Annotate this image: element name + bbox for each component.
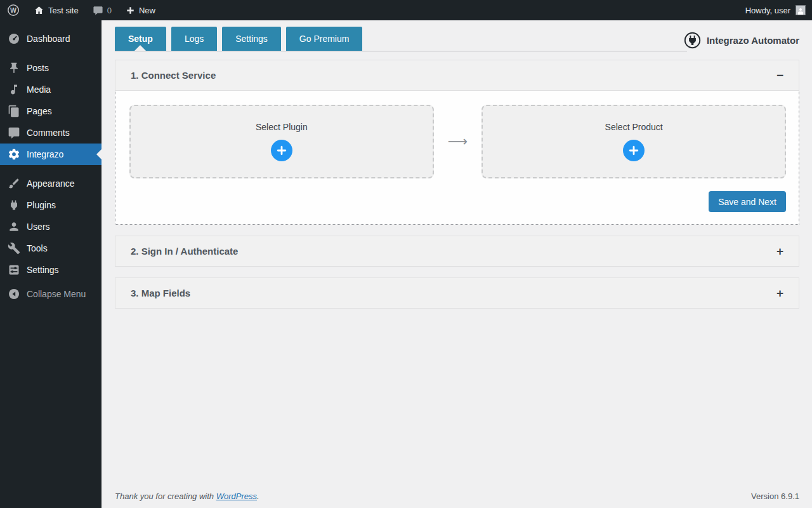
account-menu[interactable]: Howdy, user [745, 5, 812, 15]
tab-logs[interactable]: Logs [171, 27, 217, 51]
collapse-menu-label: Collapse Menu [27, 289, 86, 299]
appearance-icon [8, 177, 20, 190]
tab-go-premium[interactable]: Go Premium [286, 27, 363, 51]
sidebar-item-users[interactable]: Users [0, 216, 102, 237]
svg-text:W: W [10, 6, 16, 14]
plugin-title: Integrazo Automator [684, 32, 799, 49]
collapse-menu-button[interactable]: Collapse Menu [0, 283, 102, 305]
comments-icon [8, 126, 20, 139]
plugin-icon [8, 199, 20, 211]
section-title: 2. Sign In / Authenticate [131, 246, 238, 257]
plug-circle-icon [684, 32, 701, 49]
site-name-menu[interactable]: Test site [27, 0, 86, 20]
users-icon [8, 220, 20, 233]
wordpress-logo-icon: W [7, 4, 20, 17]
collapse-arrow-icon [8, 288, 20, 300]
section-connect-service: 1. Connect Service − Select Plugin ⟶ Sel… [115, 60, 799, 225]
tools-icon [8, 242, 20, 255]
sidebar-item-label: Appearance [27, 178, 75, 189]
sidebar-item-pages[interactable]: Pages [0, 100, 102, 122]
collapse-minus-icon[interactable]: − [776, 69, 783, 81]
add-product-button[interactable] [623, 140, 645, 161]
sidebar-item-label: Plugins [27, 200, 56, 210]
howdy-text: Howdy, user [745, 6, 790, 15]
gear-icon [8, 148, 20, 161]
section-header-connect-service[interactable]: 1. Connect Service − [115, 60, 799, 91]
comment-count: 0 [107, 6, 112, 15]
dashboard-icon [8, 32, 20, 45]
footer-thanks-suffix: . [257, 491, 259, 501]
expand-plus-icon[interactable]: + [776, 245, 783, 257]
plus-icon [275, 144, 288, 157]
tab-label: Setup [128, 34, 153, 44]
sidebar-item-comments[interactable]: Comments [0, 122, 102, 144]
plugin-title-text: Integrazo Automator [707, 35, 799, 46]
comment-bubble-icon [93, 5, 103, 16]
connect-service-panel: Select Plugin ⟶ Select Product [115, 91, 799, 225]
sidebar-item-label: Posts [27, 63, 49, 73]
select-product-label: Select Product [605, 122, 663, 132]
connect-cards-row: Select Plugin ⟶ Select Product [129, 105, 786, 178]
sidebar-item-label: Media [27, 84, 51, 95]
add-plugin-button[interactable] [271, 140, 292, 161]
avatar [796, 5, 806, 15]
sidebar-item-settings[interactable]: Settings [0, 259, 102, 281]
tab-settings[interactable]: Settings [222, 27, 281, 51]
save-and-next-button[interactable]: Save and Next [709, 191, 786, 212]
save-row: Save and Next [129, 191, 786, 212]
section-map-fields: 3. Map Fields + [115, 277, 799, 309]
sidebar-item-integrazo[interactable]: Integrazo [0, 144, 102, 165]
section-header-sign-in[interactable]: 2. Sign In / Authenticate + [115, 236, 799, 267]
section-title: 1. Connect Service [131, 70, 216, 81]
right-arrow-icon: ⟶ [448, 133, 468, 150]
sidebar-item-label: Pages [27, 106, 52, 116]
select-plugin-card[interactable]: Select Plugin [129, 105, 434, 178]
admin-sidebar: Dashboard Posts Media Pages Comments Int… [0, 20, 102, 508]
media-icon [8, 83, 20, 96]
plugin-header-row: Setup Logs Settings Go Premium Integrazo… [115, 27, 799, 60]
select-plugin-label: Select Plugin [256, 122, 308, 132]
new-menu[interactable]: New [119, 0, 162, 20]
admin-bar: W Test site 0 New Howdy, user [0, 0, 812, 20]
select-product-card[interactable]: Select Product [481, 105, 786, 178]
plus-icon [627, 144, 640, 157]
sidebar-item-label: Integrazo [27, 149, 63, 159]
pages-icon [8, 105, 20, 117]
main-content: Setup Logs Settings Go Premium Integrazo… [102, 20, 812, 508]
expand-plus-icon[interactable]: + [776, 287, 783, 299]
sidebar-item-label: Settings [27, 265, 59, 275]
tab-label: Go Premium [299, 34, 350, 44]
person-silhouette-icon [797, 7, 804, 15]
section-sign-in: 2. Sign In / Authenticate + [115, 236, 799, 267]
footer-thanks: Thank you for creating with WordPress. [115, 491, 259, 501]
plus-icon [126, 6, 135, 15]
wordpress-logo[interactable]: W [0, 0, 27, 20]
footer-thanks-prefix: Thank you for creating with [115, 491, 216, 501]
sidebar-item-dashboard[interactable]: Dashboard [0, 28, 102, 50]
tab-setup[interactable]: Setup [115, 27, 166, 51]
sidebar-item-posts[interactable]: Posts [0, 57, 102, 79]
sidebar-item-label: Users [27, 222, 50, 232]
wordpress-link[interactable]: WordPress [216, 491, 257, 501]
site-name: Test site [48, 6, 79, 15]
pin-icon [8, 62, 20, 74]
sidebar-item-appearance[interactable]: Appearance [0, 173, 102, 194]
tab-label: Logs [185, 34, 204, 44]
new-label: New [139, 6, 155, 15]
sidebar-item-label: Comments [27, 128, 70, 138]
home-icon [34, 5, 44, 16]
section-title: 3. Map Fields [131, 288, 190, 298]
sidebar-item-plugins[interactable]: Plugins [0, 194, 102, 216]
comments-menu[interactable]: 0 [86, 0, 119, 20]
tab-label: Settings [235, 34, 268, 44]
admin-footer: Thank you for creating with WordPress. V… [115, 491, 799, 501]
section-header-map-fields[interactable]: 3. Map Fields + [115, 277, 799, 309]
sidebar-item-media[interactable]: Media [0, 79, 102, 100]
tab-strip: Setup Logs Settings Go Premium [115, 27, 687, 51]
footer-version: Version 6.9.1 [751, 491, 799, 501]
settings-icon [8, 264, 20, 276]
sidebar-item-label: Tools [27, 243, 48, 253]
sidebar-item-label: Dashboard [27, 34, 70, 44]
sidebar-item-tools[interactable]: Tools [0, 237, 102, 259]
